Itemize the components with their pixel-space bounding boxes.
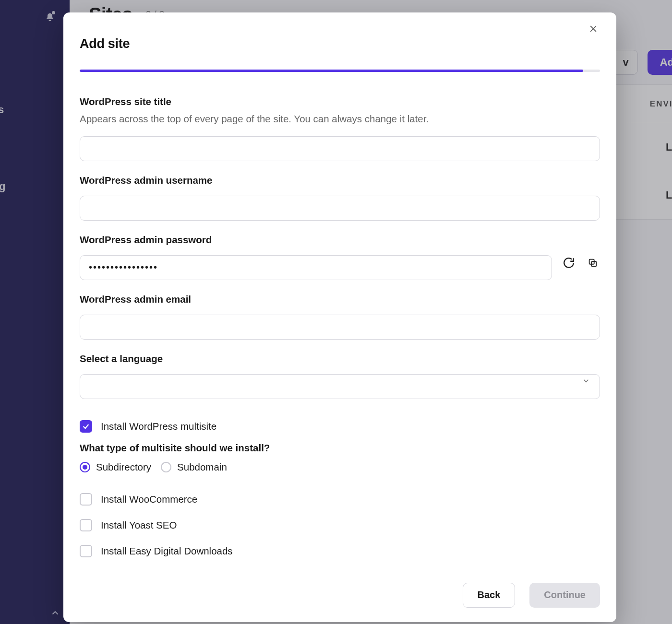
yoast-checkbox-label: Install Yoast SEO — [101, 519, 177, 531]
site-title-input[interactable] — [80, 136, 600, 161]
site-title-description: Appears across the top of every page of … — [80, 111, 600, 127]
admin-password-input[interactable] — [80, 255, 552, 280]
back-button-label: Back — [478, 589, 501, 600]
edd-checkbox[interactable] — [80, 545, 92, 557]
admin-username-label: WordPress admin username — [80, 175, 600, 186]
admin-email-label: WordPress admin email — [80, 294, 600, 305]
radio-icon — [161, 462, 171, 472]
back-button[interactable]: Back — [463, 583, 516, 608]
continue-button[interactable]: Continue — [529, 583, 600, 608]
continue-button-label: Continue — [544, 589, 586, 600]
site-title-label: WordPress site title — [80, 96, 600, 107]
multisite-checkbox[interactable] — [80, 420, 92, 433]
copy-icon[interactable] — [586, 256, 600, 270]
modal-title: Add site — [80, 36, 130, 51]
woocommerce-checkbox-label: Install WooCommerce — [101, 494, 197, 505]
multisite-checkbox-label: Install WordPress multisite — [101, 421, 216, 432]
radio-subdirectory[interactable]: Subdirectory — [80, 461, 151, 473]
multisite-type-label: What type of multisite should we install… — [80, 442, 600, 454]
refresh-icon[interactable] — [562, 256, 576, 270]
radio-subdirectory-label: Subdirectory — [96, 461, 151, 473]
add-site-modal: Add site WordPress site title Appears ac… — [63, 12, 616, 622]
admin-email-input[interactable] — [80, 315, 600, 340]
language-select[interactable] — [80, 374, 600, 399]
woocommerce-checkbox[interactable] — [80, 493, 92, 506]
edd-checkbox-label: Install Easy Digital Downloads — [101, 545, 233, 557]
radio-subdomain[interactable]: Subdomain — [161, 461, 227, 473]
admin-username-input[interactable] — [80, 196, 600, 221]
radio-subdomain-label: Subdomain — [177, 461, 227, 473]
yoast-checkbox[interactable] — [80, 519, 92, 531]
radio-icon — [80, 462, 90, 472]
progress-bar — [63, 58, 616, 72]
language-label: Select a language — [80, 353, 600, 365]
admin-password-label: WordPress admin password — [80, 234, 600, 246]
close-icon[interactable] — [587, 22, 600, 35]
